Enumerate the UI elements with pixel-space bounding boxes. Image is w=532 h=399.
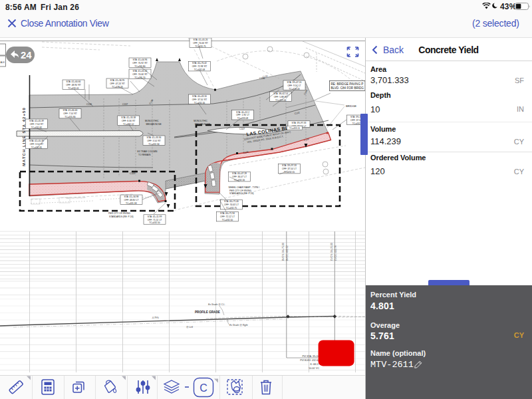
svg-text:TC=431.80: TC=431.80 [65, 116, 76, 118]
svg-text:STA: 40+32.2: STA: 40+32.2 [236, 111, 249, 114]
svg-text:STA: 41+05.26: STA: 41+05.26 [133, 70, 148, 72]
svg-text:MONOLITHIC: MONOLITHIC [145, 120, 159, 122]
svg-text:TC=432.50: TC=432.50 [149, 221, 160, 224]
svg-text:OFF: 48.80' LT: OFF: 48.80' LT [124, 199, 139, 201]
svg-text:OFF: 37.50' RT: OFF: 37.50' RT [192, 98, 207, 101]
svg-text:TC=432.16: TC=432.16 [234, 179, 245, 182]
svg-text:OFF: 71.11' LT: OFF: 71.11' LT [148, 219, 162, 221]
svg-text:OFF: 74.63' LT: OFF: 74.63' LT [224, 203, 239, 206]
svg-text:EVCE: 432.76: EVCE: 432.76 [334, 245, 337, 261]
svg-text:STA: 40+71.40: STA: 40+71.40 [224, 200, 239, 203]
svg-text:STA: 40+47.28: STA: 40+47.28 [232, 172, 247, 175]
svg-text:WHEEL CHAIR RAMP - TYPE I: WHEEL CHAIR RAMP - TYPE I [229, 186, 260, 189]
svg-text:MATCH LINE STA 42+50: MATCH LINE STA 42+50 [22, 107, 26, 166]
svg-text:TC=432.16: TC=432.16 [194, 102, 205, 104]
svg-text:PVI STA: 39+50: PVI STA: 39+50 [302, 355, 319, 358]
svg-text:STA: 40+76.42: STA: 40+76.42 [192, 62, 207, 65]
svg-text:STA: 41+05.26: STA: 41+05.26 [194, 39, 208, 41]
svg-text:PER CITY OF IRVING: PER CITY OF IRVING [108, 212, 130, 215]
svg-text:TC=431.3K: TC=431.3K [126, 202, 138, 205]
svg-text:STA: 41+34.98: STA: 41+34.98 [124, 196, 139, 198]
svg-text:OFF: 76.92' RT: OFF: 76.92' RT [132, 62, 148, 65]
svg-text:PER CITY OF IRVING: PER CITY OF IRVING [229, 190, 251, 192]
svg-text:TC=432.34: TC=432.34 [148, 143, 160, 146]
svg-text:OFF: 3.50' RT: OFF: 3.50' RT [147, 140, 161, 142]
svg-text:TC=431.70: TC=431.70 [134, 76, 146, 79]
svg-text:BLVD. C84 FOR BRIDG: BLVD. C84 FOR BRIDG [331, 86, 364, 90]
svg-text:OFF: 7.50' RT: OFF: 7.50' RT [63, 112, 77, 115]
svg-text:TO REMAIN: TO REMAIN [138, 154, 151, 156]
svg-text:OFF: 74.06' RT: OFF: 74.06' RT [132, 73, 148, 76]
svg-text:STA: 38+62.54: STA: 38+62.54 [273, 92, 288, 95]
svg-text:TC=431.75: TC=431.75 [195, 45, 206, 48]
svg-text:BRIDGE: BRIDGE [346, 104, 356, 108]
svg-text:Ex Grade @ C.L.: Ex Grade @ C.L. [208, 303, 225, 306]
svg-text:TC=431.80: TC=431.80 [134, 65, 146, 68]
svg-text:C134: C134 [259, 77, 265, 80]
svg-text:@ Left: @ Left [186, 326, 194, 329]
svg-text:STA: 39+97.33: STA: 39+97.33 [292, 122, 307, 124]
svg-text:OFF: 9.50' LT: OFF: 9.50' LT [288, 84, 301, 87]
svg-text:OFF: 48.90' RT: OFF: 48.90' RT [66, 84, 81, 86]
svg-text:TC=433.44: TC=433.44 [275, 99, 287, 102]
svg-text:BVCS: 39+75.00: BVCS: 39+75.00 [282, 243, 285, 261]
svg-text:STA: 42+05.39: STA: 42+05.39 [29, 120, 44, 122]
svg-text:STA: 40+43.16: STA: 40+43.16 [192, 95, 207, 98]
svg-text:K: 68.17: K: 68.17 [311, 363, 319, 366]
svg-text:TC=433.11: TC=433.11 [289, 127, 300, 130]
svg-text:STA: 39+97.33: STA: 39+97.33 [282, 164, 297, 167]
svg-text:OFF: 72.12' LT: OFF: 72.12' LT [220, 215, 235, 218]
svg-text:EVCS: 39+25.00: EVCS: 39+25.00 [331, 243, 333, 261]
svg-text:STA: 41+11.99: STA: 41+11.99 [148, 215, 162, 218]
svg-text:STA: 41+60.40: STA: 41+60.40 [63, 109, 78, 112]
svg-text:EX TRAM COLUMN: EX TRAM COLUMN [138, 150, 158, 153]
svg-text:RE: BRIDGE PAVING P: RE: BRIDGE PAVING P [331, 82, 364, 86]
svg-text:OFF: 47.24' RT: OFF: 47.24' RT [110, 82, 125, 85]
svg-text:STA: 41+60.66: STA: 41+60.66 [66, 80, 81, 83]
svg-text:OFF: 7.50' RT: OFF: 7.50' RT [30, 123, 44, 126]
svg-text:TC=432.55: TC=432.55 [284, 171, 295, 174]
svg-text:STA: 39+47.20: STA: 39+47.20 [287, 81, 302, 84]
svg-text:OFF: 8.36' RT: OFF: 8.36' RT [122, 120, 136, 122]
svg-text:C137: C137 [122, 103, 128, 106]
svg-text:STA: 42+05.39: STA: 42+05.39 [29, 140, 44, 142]
svg-text:-0.79%: -0.79% [152, 317, 159, 319]
svg-text:ALK: ALK [1, 61, 5, 64]
svg-text:TC=432.50: TC=432.50 [222, 219, 233, 221]
svg-text:PROFILE GRADE: PROFILE GRADE [195, 311, 220, 314]
svg-text:C147: C147 [239, 128, 245, 130]
svg-text:OFF: 74.06' RT: OFF: 74.06' RT [193, 42, 208, 45]
svg-text:STA: 41+04.96: STA: 41+04.96 [133, 59, 148, 61]
svg-text:24: 24 [21, 49, 32, 61]
svg-text:BVCE: 432.52: BVCE: 432.52 [286, 245, 289, 261]
svg-text:STA: 40+71.94: STA: 40+71.94 [220, 212, 235, 215]
svg-text:OFF: 37.50' LT: OFF: 37.50' LT [282, 168, 297, 170]
svg-text:C143: C143 [130, 172, 135, 175]
svg-text:STANDARDS (RE: P-16): STANDARDS (RE: P-16) [229, 192, 254, 195]
svg-text:TC=431.01: TC=431.01 [68, 87, 79, 90]
svg-text:OFF: 36.07' LT: OFF: 36.07' LT [232, 176, 247, 178]
svg-text:TC=432.75: TC=432.75 [226, 207, 237, 209]
svg-text:TC=433.08: TC=433.08 [237, 117, 249, 120]
svg-text:TC=433.43: TC=433.43 [289, 88, 300, 90]
svg-text:50.00' VC: 50.00' VC [309, 367, 319, 370]
svg-text:OFF: 1.90' LT: OFF: 1.90' LT [236, 114, 249, 116]
svg-text:STA: 41+36.95: STA: 41+36.95 [110, 79, 125, 82]
svg-text:OFF: 72.98' RT: OFF: 72.98' RT [192, 65, 207, 68]
svg-text:MEDIAN NOSE: MEDIAN NOSE [146, 123, 162, 126]
svg-text:STA: 41+33.36: STA: 41+33.36 [147, 136, 162, 139]
svg-text:STA: 41+33.38: STA: 41+33.38 [121, 116, 136, 119]
svg-text:C: C [200, 382, 207, 394]
svg-text:Ex Grade @ Right: Ex Grade @ Right [229, 324, 249, 327]
svg-text:PVI ELEV: 432.64: PVI ELEV: 432.64 [300, 359, 319, 362]
svg-text:STANDARDS (RE: P-16): STANDARDS (RE: P-16) [109, 215, 134, 218]
svg-text:TC=431.33: TC=431.33 [112, 86, 123, 88]
